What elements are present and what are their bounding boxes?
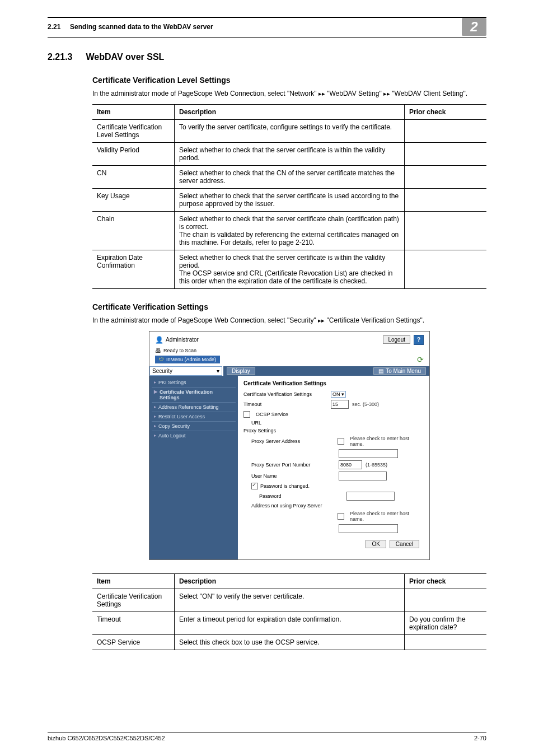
table-row: CN Select whether to check that the CN o… bbox=[92, 165, 486, 188]
cell-desc: Select whether to check that the CN of t… bbox=[175, 165, 405, 188]
sidebar-item-restrict[interactable]: ▸ Restrict User Access bbox=[152, 412, 236, 421]
sidebar-item-pki[interactable]: ▸ PKI Settings bbox=[152, 378, 236, 387]
noproxy-address-input[interactable] bbox=[339, 524, 398, 533]
cell-desc: To verify the server certificate, config… bbox=[175, 119, 405, 142]
row-url-label: URL bbox=[243, 420, 335, 426]
sec1-intro-3: "WebDAV Client Setting". bbox=[392, 90, 467, 97]
row-user-label: User Name bbox=[243, 473, 335, 479]
h2-row: 2.21.3 WebDAV over SSL bbox=[48, 52, 486, 62]
proxy-address-input[interactable] bbox=[339, 449, 398, 458]
table-row: Certificate Verification Settings Select… bbox=[92, 589, 486, 612]
sec2-intro-2: "Certificate Verification Settings". bbox=[327, 316, 425, 324]
row-proxy-port-label: Proxy Server Port Number bbox=[243, 462, 335, 468]
sidebar-label: PKI Settings bbox=[158, 380, 186, 385]
cell-prior: Do you confirm the expiration date? bbox=[405, 612, 487, 634]
cell-item: Timeout bbox=[92, 612, 175, 634]
table2-h1: Description bbox=[175, 573, 405, 589]
header-left: 2.21 Sending scanned data to the WebDAV … bbox=[48, 23, 213, 31]
sidebar-item-addr-ref[interactable]: ▸ Address Reference Setting bbox=[152, 402, 236, 412]
cell-item: OCSP Service bbox=[92, 634, 175, 650]
refresh-icon[interactable]: ⟳ bbox=[417, 355, 424, 364]
menu-icon: ▤ bbox=[378, 368, 383, 374]
cell-prior bbox=[405, 634, 487, 650]
ok-button[interactable]: OK bbox=[366, 540, 386, 548]
ocsp-checkbox[interactable] bbox=[243, 411, 250, 418]
sec2-intro: In the administrator mode of PageScope W… bbox=[92, 316, 486, 325]
proxy-port-input[interactable]: 8080 bbox=[339, 460, 362, 469]
status-text: Ready to Scan bbox=[163, 348, 196, 353]
chevron-down-icon: ▾ bbox=[341, 391, 344, 397]
cvs-value: ON bbox=[332, 391, 340, 397]
table1-h0: Item bbox=[92, 104, 175, 119]
proxy-port-range: (1-65535) bbox=[366, 462, 387, 468]
printer-icon: 🖶 bbox=[155, 347, 161, 354]
help-button[interactable]: ? bbox=[414, 335, 424, 345]
table-row: Validity Period Select whether to check … bbox=[92, 142, 486, 165]
h2-title: WebDAV over SSL bbox=[86, 52, 164, 62]
web-connection-screenshot: 👤 Administrator Logout ? 🖶 Ready to Scan… bbox=[149, 331, 430, 560]
cell-prior bbox=[405, 211, 487, 250]
username-input[interactable] bbox=[339, 472, 387, 480]
table-row: OCSP Service Select this check box to us… bbox=[92, 634, 486, 650]
page-header: 2.21 Sending scanned data to the WebDAV … bbox=[48, 18, 486, 38]
header-section-title: Sending scanned data to the WebDAV serve… bbox=[70, 23, 213, 31]
footer-left: bizhub C652/C652DS/C552/C552DS/C452 bbox=[48, 735, 165, 741]
sec2-heading: Certificate Verification Settings bbox=[92, 302, 486, 311]
table1-h1: Description bbox=[175, 104, 405, 119]
arrow-icon: ▸▸ bbox=[318, 90, 325, 97]
mode-badge: 🛡 InMenu (Admin Mode) bbox=[155, 356, 220, 363]
cancel-button[interactable]: Cancel bbox=[390, 540, 419, 548]
sidebar-label: Copy Security bbox=[158, 423, 190, 429]
sidebar-label: Address Reference Setting bbox=[158, 404, 219, 410]
arrow-icon: ▸▸ bbox=[383, 90, 390, 97]
cell-prior bbox=[405, 188, 487, 211]
pwd-changed-checkbox[interactable] bbox=[251, 483, 258, 489]
cell-item: Certificate Verification Level Settings bbox=[92, 119, 175, 142]
sec1-intro-1: In the administrator mode of PageScope W… bbox=[92, 90, 318, 97]
sidebar-item-autologout[interactable]: ▸ Auto Logout bbox=[152, 431, 236, 440]
logout-button[interactable]: Logout bbox=[383, 335, 410, 344]
panel-title: Certificate Verification Settings bbox=[243, 380, 424, 386]
hostname-checkbox-1[interactable] bbox=[338, 438, 344, 445]
admin-icon: 👤 bbox=[155, 336, 163, 344]
timeout-input[interactable]: 15 bbox=[331, 400, 349, 409]
row-pwd-changed: Password is changed. bbox=[260, 483, 310, 489]
page-footer: bizhub C652/C652DS/C552/C552DS/C452 2-70 bbox=[48, 732, 486, 741]
row-pwd-label: Password bbox=[243, 493, 343, 499]
sidebar-item-copy-sec[interactable]: ▸ Copy Security bbox=[152, 421, 236, 431]
hostname-checkbox-2[interactable] bbox=[338, 513, 344, 520]
sidebar-label: Auto Logout bbox=[158, 433, 186, 438]
nav-category-select[interactable]: Security ▾ bbox=[149, 366, 222, 376]
to-main-menu-button[interactable]: ▤ To Main Menu bbox=[373, 367, 426, 375]
cell-item: Chain bbox=[92, 211, 175, 250]
table-row: Key Usage Select whether to check that t… bbox=[92, 188, 486, 211]
password-input[interactable] bbox=[346, 492, 395, 501]
to-main-label: To Main Menu bbox=[386, 368, 421, 374]
mode-text: InMenu (Admin Mode) bbox=[166, 357, 216, 362]
cell-item: Certificate Verification Settings bbox=[92, 589, 175, 612]
triangle-icon: ▶ bbox=[154, 389, 157, 394]
table-row: Certificate Verification Level Settings … bbox=[92, 119, 486, 142]
sidebar-label: Restrict User Access bbox=[158, 414, 205, 419]
table-row: Timeout Enter a timeout period for expir… bbox=[92, 612, 486, 634]
table-row: Chain Select whether to check that the s… bbox=[92, 211, 486, 250]
cell-item: Validity Period bbox=[92, 142, 175, 165]
cvs-select[interactable]: ON ▾ bbox=[331, 391, 346, 398]
display-button[interactable]: Display bbox=[227, 367, 255, 375]
table1-h2: Prior check bbox=[405, 104, 487, 119]
chevron-down-icon: ▾ bbox=[217, 368, 219, 374]
cell-prior bbox=[405, 119, 487, 142]
sec1-intro-2: "WebDAV Setting" bbox=[327, 90, 383, 97]
shield-icon: 🛡 bbox=[159, 357, 164, 362]
arrow-icon: ▸▸ bbox=[318, 317, 325, 324]
cell-item: CN bbox=[92, 165, 175, 188]
table2-h2: Prior check bbox=[405, 573, 487, 589]
row-cvs-label: Certificate Verification Settings bbox=[243, 391, 327, 397]
triangle-icon: ▸ bbox=[154, 414, 156, 419]
triangle-icon: ▸ bbox=[154, 433, 156, 438]
row-ocsp-label: OCSP Service bbox=[256, 412, 288, 417]
hostname-note-2: Please check to enter host name. bbox=[350, 511, 424, 522]
cell-item: Expiration Date Confirmation bbox=[92, 250, 175, 288]
sidebar-item-cert-verif[interactable]: ▶ Certificate Verification Settings bbox=[152, 387, 236, 402]
sidebar-label: Certificate Verification Settings bbox=[160, 389, 233, 400]
